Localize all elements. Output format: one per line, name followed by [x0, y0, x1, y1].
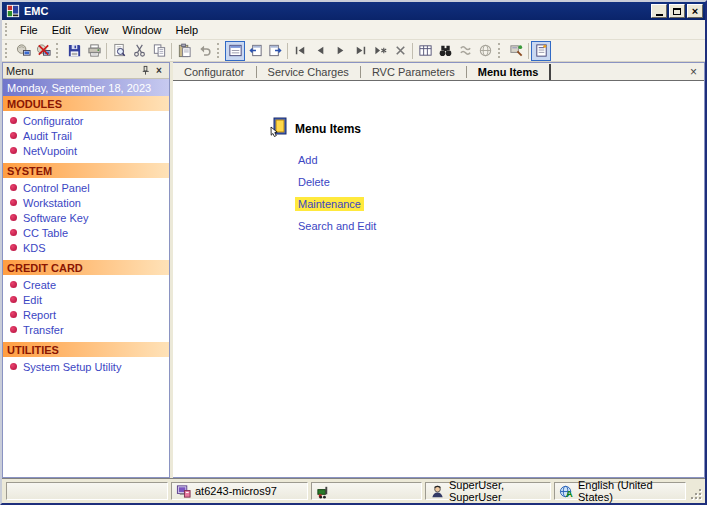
print-preview-icon[interactable]: [109, 41, 129, 61]
next-record-icon[interactable]: [330, 41, 350, 61]
menu-items-icon: [268, 117, 288, 141]
status-panel-language: A English (United States): [554, 482, 686, 500]
world-icon: [475, 41, 495, 61]
sidebar-item-label: Control Panel: [23, 182, 90, 194]
minimize-button[interactable]: [651, 4, 667, 18]
sidebar-item-edit[interactable]: Edit: [3, 292, 169, 307]
properties-icon[interactable]: [531, 41, 551, 61]
copy-icon[interactable]: [149, 41, 169, 61]
bullet-icon: [10, 363, 17, 370]
sidebar-item-label: Transfer: [23, 324, 64, 336]
menu-view[interactable]: View: [78, 22, 116, 38]
sidebar-close-icon[interactable]: ×: [152, 64, 166, 77]
resize-grip[interactable]: [689, 487, 702, 500]
status-panel-server: at6243-micros97: [171, 482, 308, 500]
bullet-icon: [10, 117, 17, 124]
close-icon: ×: [692, 6, 698, 17]
menubar-grip[interactable]: [5, 23, 10, 36]
sidebar-header: Menu ×: [3, 63, 169, 79]
last-record-icon[interactable]: [350, 41, 370, 61]
content-link-search-and-edit[interactable]: Search and Edit: [295, 219, 379, 233]
toolbar-grip[interactable]: [498, 43, 503, 58]
section-header-credit-card: CREDIT CARD: [3, 260, 169, 275]
toolbar-grip[interactable]: [56, 43, 61, 58]
paste-icon[interactable]: [174, 41, 194, 61]
sidebar-item-label: Report: [23, 309, 56, 321]
undo-icon: [194, 41, 214, 61]
delete-record-icon[interactable]: [390, 41, 410, 61]
new-record-icon[interactable]: [370, 41, 390, 61]
toolbar-separator: [528, 43, 529, 59]
tab-separator: [549, 64, 551, 80]
sidebar-item-label: NetVupoint: [23, 145, 77, 157]
connect-icon[interactable]: [13, 41, 33, 61]
maximize-button[interactable]: [669, 4, 685, 18]
cut-icon[interactable]: [129, 41, 149, 61]
prev-form-icon[interactable]: [245, 41, 265, 61]
save-icon[interactable]: [64, 41, 84, 61]
menu-file[interactable]: File: [13, 22, 45, 38]
bullet-icon: [10, 311, 17, 318]
sidebar: Menu × Monday, September 18, 2023 MODULE…: [2, 62, 170, 478]
print-icon[interactable]: [84, 41, 104, 61]
sidebar-item-label: KDS: [23, 242, 46, 254]
sidebar-item-system-setup-utility[interactable]: System Setup Utility: [3, 359, 169, 374]
bullet-icon: [10, 296, 17, 303]
tab-close-icon[interactable]: ×: [690, 65, 697, 79]
sidebar-item-workstation[interactable]: Workstation: [3, 195, 169, 210]
tab-bar: ConfiguratorService ChargesRVC Parameter…: [173, 63, 704, 81]
toolbar-grip[interactable]: [217, 43, 222, 58]
content-link-maintenance[interactable]: Maintenance: [295, 197, 364, 211]
bullet-icon: [10, 199, 17, 206]
first-record-icon[interactable]: [290, 41, 310, 61]
form-view-icon[interactable]: [225, 41, 245, 61]
pin-icon[interactable]: [138, 64, 152, 77]
sidebar-item-software-key[interactable]: Software Key: [3, 210, 169, 225]
menu-help[interactable]: Help: [168, 22, 205, 38]
sidebar-item-configurator[interactable]: Configurator: [3, 113, 169, 128]
sidebar-item-cc-table[interactable]: CC Table: [3, 225, 169, 240]
setup-icon[interactable]: [506, 41, 526, 61]
tab-configurator[interactable]: Configurator: [173, 64, 256, 80]
toolbar: [2, 40, 705, 62]
table-view-icon[interactable]: [415, 41, 435, 61]
tab-menu-items[interactable]: Menu Items: [467, 64, 550, 80]
language-label: English (United States): [578, 479, 681, 503]
distribute-icon: [455, 41, 475, 61]
section-items: CreateEditReportTransfer: [3, 275, 169, 338]
sidebar-item-transfer[interactable]: Transfer: [3, 322, 169, 337]
window-title: EMC: [24, 5, 649, 17]
server-name: at6243-micros97: [195, 485, 277, 497]
toolbar-grip[interactable]: [5, 43, 10, 58]
sidebar-item-report[interactable]: Report: [3, 307, 169, 322]
sidebar-item-netvupoint[interactable]: NetVupoint: [3, 143, 169, 158]
sidebar-item-control-panel[interactable]: Control Panel: [3, 180, 169, 195]
find-icon[interactable]: [435, 41, 455, 61]
content-link-add[interactable]: Add: [295, 153, 321, 167]
sidebar-item-label: Workstation: [23, 197, 81, 209]
next-form-icon[interactable]: [265, 41, 285, 61]
section-items: System Setup Utility: [3, 357, 169, 375]
section-header-modules: MODULES: [3, 96, 169, 111]
menu-window[interactable]: Window: [115, 22, 168, 38]
maximize-icon: [673, 8, 681, 15]
emc-window: EMC × FileEditViewWindowHelp Menu × Mond…: [0, 0, 707, 505]
workstation-status-icon: [316, 484, 331, 499]
sidebar-item-create[interactable]: Create: [3, 277, 169, 292]
menu-edit[interactable]: Edit: [45, 22, 78, 38]
sidebar-item-label: Create: [23, 279, 56, 291]
section-items: ConfiguratorAudit TrailNetVupoint: [3, 111, 169, 159]
bullet-icon: [10, 132, 17, 139]
close-button[interactable]: ×: [687, 4, 703, 18]
tab-service-charges[interactable]: Service Charges: [257, 64, 360, 80]
bullet-icon: [10, 184, 17, 191]
sidebar-item-label: Audit Trail: [23, 130, 72, 142]
tab-rvc-parameters[interactable]: RVC Parameters: [361, 64, 466, 80]
disconnect-icon[interactable]: [33, 41, 53, 61]
workspace: Menu × Monday, September 18, 2023 MODULE…: [2, 62, 705, 479]
sidebar-item-kds[interactable]: KDS: [3, 240, 169, 255]
sidebar-item-audit-trail[interactable]: Audit Trail: [3, 128, 169, 143]
sidebar-item-label: System Setup Utility: [23, 361, 121, 373]
content-link-delete[interactable]: Delete: [295, 175, 333, 189]
prev-record-icon[interactable]: [310, 41, 330, 61]
